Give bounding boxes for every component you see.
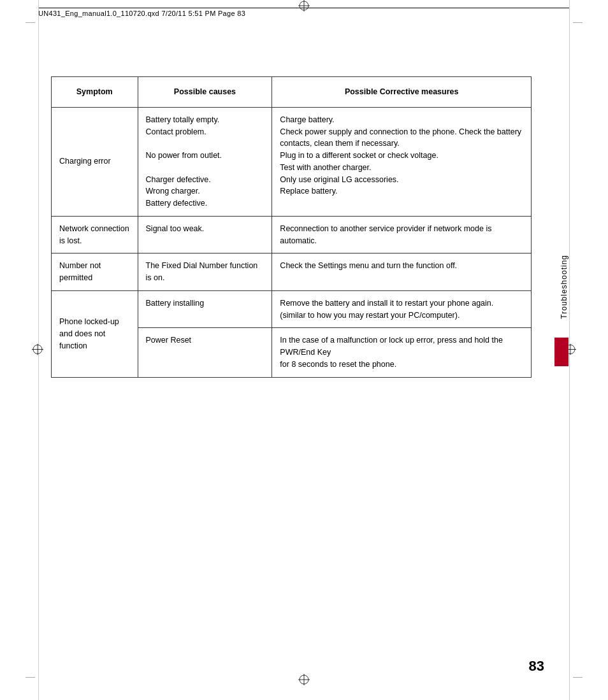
corrective-text: Remove the battery and install it to res… <box>280 299 493 320</box>
side-label: Troubleshooting <box>560 255 568 319</box>
col-header-corrective: Possible Corrective measures <box>272 77 532 108</box>
bookmark <box>554 338 568 366</box>
troubleshooting-table: Symptom Possible causes Possible Correct… <box>51 76 532 378</box>
causes-text: Signal too weak. <box>146 224 205 233</box>
causes-cell-charging: Battery totally empty.Contact problem.No… <box>138 107 272 216</box>
header-text: UN431_Eng_manual1.0_110720.qxd 7/20/11 5… <box>38 10 245 17</box>
corrective-text: Check the Settings menu and turn the fun… <box>280 261 457 270</box>
corrective-text: Charge battery.Check power supply and co… <box>280 115 521 196</box>
symptom-cell-number: Number not permitted <box>52 254 138 291</box>
symptom-cell-locked: Phone locked-up and does not function <box>52 290 138 377</box>
causes-text: Battery totally empty.Contact problem.No… <box>146 115 222 208</box>
corrective-cell-network: Reconnection to another service provider… <box>272 216 532 254</box>
symptom-text: Phone locked-up and does not function <box>59 317 119 350</box>
causes-text: Power Reset <box>146 336 192 345</box>
symptom-cell-charging: Charging error <box>52 107 138 216</box>
corrective-cell-locked-2: In the case of a malfunction or lock up … <box>272 328 532 377</box>
corrective-text: Reconnection to another service provider… <box>280 224 491 245</box>
symptom-text: Number not permitted <box>59 261 101 282</box>
corrective-cell-number: Check the Settings menu and turn the fun… <box>272 254 532 291</box>
causes-cell-locked-1: Battery installing <box>138 290 272 328</box>
table-row: Charging error Battery totally empty.Con… <box>52 107 532 216</box>
symptom-text: Charging error <box>59 157 111 166</box>
symptom-text: Network connection is lost. <box>59 224 129 245</box>
main-content: Symptom Possible causes Possible Correct… <box>51 76 532 649</box>
left-reg-mark <box>32 343 43 357</box>
table-row: Phone locked-up and does not function Ba… <box>52 290 532 328</box>
bottom-center-reg-mark <box>298 674 310 687</box>
causes-text: The Fixed Dial Number function is on. <box>146 261 258 282</box>
causes-cell-network: Signal too weak. <box>138 216 272 254</box>
col-header-causes: Possible causes <box>138 77 272 108</box>
top-center-reg-mark <box>298 0 310 13</box>
corner-mark-bl <box>25 677 35 678</box>
table-header-row: Symptom Possible causes Possible Correct… <box>52 77 532 108</box>
corrective-text: In the case of a malfunction or lock up … <box>280 336 503 369</box>
table-row: Network connection is lost. Signal too w… <box>52 216 532 254</box>
symptom-cell-network: Network connection is lost. <box>52 216 138 254</box>
page-number: 83 <box>529 658 544 675</box>
causes-text: Battery installing <box>146 299 205 308</box>
corrective-cell-charging: Charge battery.Check power supply and co… <box>272 107 532 216</box>
corner-mark-tl <box>25 22 35 23</box>
table-row: Number not permitted The Fixed Dial Numb… <box>52 254 532 291</box>
corrective-cell-locked-1: Remove the battery and install it to res… <box>272 290 532 328</box>
causes-cell-locked-2: Power Reset <box>138 328 272 377</box>
col-header-symptom: Symptom <box>52 77 138 108</box>
causes-cell-number: The Fixed Dial Number function is on. <box>138 254 272 291</box>
corner-mark-br <box>573 677 583 678</box>
corner-mark-tr <box>573 22 583 23</box>
